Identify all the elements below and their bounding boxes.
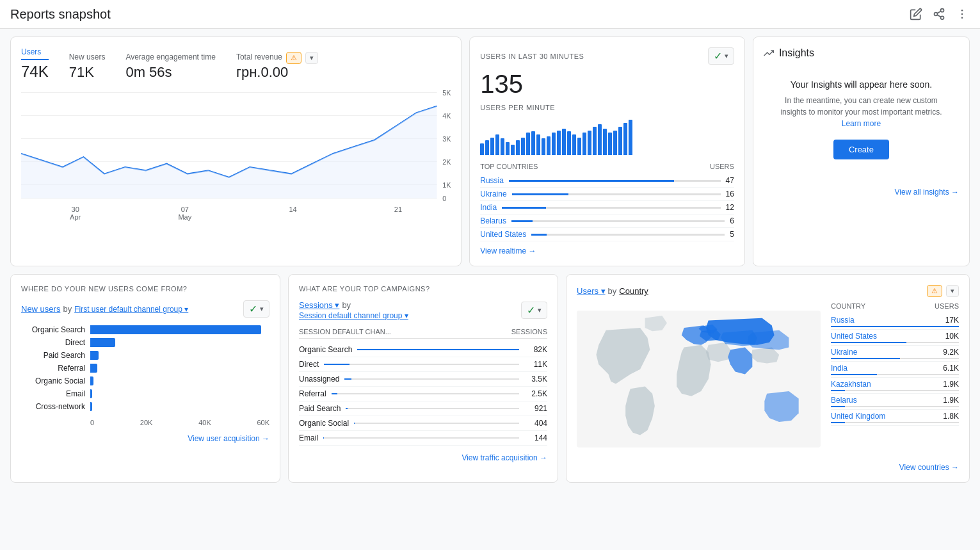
country-name[interactable]: Belarus	[480, 216, 506, 225]
view-insights-link[interactable]: View all insights →	[764, 188, 959, 197]
realtime-subtitle: USERS PER MINUTE	[480, 104, 734, 111]
acq-subtitle: New users	[21, 304, 60, 314]
insights-trend-icon	[764, 48, 774, 58]
country-val: 5	[730, 230, 734, 239]
insights-body-text: In the meantime, you can create new cust…	[771, 95, 951, 129]
geo-title[interactable]: Users ▾	[577, 286, 606, 296]
camp-subtitle[interactable]: Sessions ▾	[299, 300, 339, 310]
svg-text:5K: 5K	[442, 89, 451, 97]
engagement-value: 0m 56s	[125, 64, 216, 81]
rt-bar	[495, 134, 499, 155]
page-header: Reports snapshot	[0, 0, 980, 29]
view-countries-link[interactable]: View countries →	[577, 463, 959, 472]
map-svg	[577, 302, 821, 456]
camp-bar	[324, 364, 349, 365]
camp-status-btn[interactable]: ✓ ▾	[521, 302, 547, 319]
country-name[interactable]: India	[480, 203, 497, 212]
hbar-label: Cross-network	[21, 402, 85, 411]
camp-bar-wrap	[357, 349, 519, 350]
geo-row: Russia 17K	[831, 314, 959, 330]
svg-point-0	[941, 9, 944, 12]
realtime-title: USERS IN LAST 30 MINUTES	[480, 53, 584, 60]
insights-body-title: Your Insights will appear here soon.	[771, 79, 951, 90]
geo-country-name[interactable]: Ukraine	[831, 348, 857, 357]
country-bar-wrap	[512, 193, 721, 195]
x-label-1: 07May	[178, 206, 191, 221]
country-val: 16	[726, 190, 734, 198]
geo-bar	[831, 358, 900, 359]
geo-country-name[interactable]: India	[831, 364, 847, 373]
geo-bar-wrap	[831, 358, 959, 359]
hbar-label: Organic Social	[21, 376, 85, 385]
view-traffic-link[interactable]: View traffic acquisition →	[299, 453, 547, 462]
camp-val: 2.5K	[524, 389, 547, 398]
learn-more-link[interactable]: Learn more	[842, 119, 881, 128]
rt-bar	[485, 140, 489, 155]
view-acquisition-link[interactable]: View user acquisition →	[21, 434, 269, 443]
geo-table-header: COUNTRY USERS	[831, 302, 959, 310]
campaigns-table: SESSION DEFAULT CHAN... SESSIONS Organic…	[299, 328, 547, 446]
camp-dimension[interactable]: Session default channel group ▾	[299, 311, 408, 320]
geo-row-values: Belarus 1.9K	[831, 396, 959, 405]
x-label-3: 21	[394, 206, 402, 221]
country-row: Belarus 6	[480, 214, 734, 228]
country-bar-wrap	[502, 207, 720, 209]
hbar-bar	[90, 364, 97, 373]
campaigns-rows: Organic Search 82K Direct 11K Unassigned…	[299, 343, 547, 446]
insights-title: Insights	[779, 47, 814, 59]
geo-bar	[831, 390, 845, 391]
x-axis-tick: 60K	[257, 419, 269, 426]
more-icon[interactable]	[954, 6, 970, 22]
country-name[interactable]: United States	[480, 230, 526, 239]
edit-icon[interactable]	[908, 6, 924, 22]
metric-revenue: Total revenue ⚠ ▾ грн.0.00	[236, 52, 318, 81]
country-row: Ukraine 16	[480, 188, 734, 201]
camp-bar	[357, 349, 519, 350]
geo-country-name[interactable]: Kazakhstan	[831, 380, 871, 389]
realtime-dropdown-arrow: ▾	[725, 52, 728, 60]
camp-bar-wrap	[354, 423, 519, 424]
camp-row: Organic Search 82K	[299, 343, 547, 357]
geo-country-name[interactable]: Russia	[831, 316, 855, 325]
geo-country-name[interactable]: United States	[831, 332, 877, 341]
geo-country-name[interactable]: United Kingdom	[831, 412, 885, 421]
hbar-wrap	[90, 389, 269, 398]
svg-text:4K: 4K	[442, 112, 451, 120]
acquisition-bar-chart: Organic Search Direct Paid Search Referr…	[21, 325, 269, 411]
country-bar-wrap	[509, 180, 721, 182]
camp-bar	[323, 437, 324, 439]
metric-new-users: New users 71K	[69, 53, 106, 81]
rt-bar	[623, 123, 627, 155]
geo-dropdown[interactable]: ▾	[946, 285, 959, 297]
revenue-dropdown[interactable]: ▾	[305, 52, 318, 64]
countries-table: Russia 47 Ukraine 16 India 12 Belarus 6 …	[480, 174, 734, 241]
hbar-label: Direct	[21, 338, 85, 347]
geo-country-val: 10K	[945, 332, 959, 341]
hbar-bar	[90, 389, 92, 398]
geo-bar	[831, 326, 959, 327]
geo-country-name[interactable]: Belarus	[831, 396, 857, 405]
geo-subtitle-row: Users ▾ by Country	[577, 286, 648, 296]
camp-val: 144	[524, 433, 547, 442]
view-realtime-link[interactable]: View realtime →	[480, 247, 734, 255]
bottom-row: WHERE DO YOUR NEW USERS COME FROM? New u…	[10, 274, 970, 483]
svg-line-4	[937, 11, 941, 13]
line-chart-svg: 5K 4K 3K 2K 1K 0	[21, 86, 451, 201]
acq-dimension[interactable]: First user default channel group ▾	[74, 305, 188, 314]
rt-bar	[567, 131, 571, 155]
camp-by: by	[342, 300, 351, 310]
create-button[interactable]: Create	[833, 140, 889, 159]
camp-val: 82K	[524, 345, 547, 354]
realtime-status-btn[interactable]: ✓ ▾	[708, 47, 734, 65]
geo-warning-badge: ⚠	[927, 285, 942, 297]
acq-status-btn[interactable]: ✓ ▾	[243, 300, 269, 318]
realtime-bar-chart	[480, 117, 734, 155]
camp-bar-wrap	[323, 437, 519, 439]
metric-users: Users 74K	[21, 47, 49, 81]
camp-row: Referral 2.5K	[299, 387, 547, 401]
country-name[interactable]: Russia	[480, 176, 504, 185]
share-icon[interactable]	[931, 6, 947, 22]
country-name[interactable]: Ukraine	[480, 190, 506, 198]
camp-row: Paid Search 921	[299, 401, 547, 416]
rt-bar	[531, 131, 535, 155]
